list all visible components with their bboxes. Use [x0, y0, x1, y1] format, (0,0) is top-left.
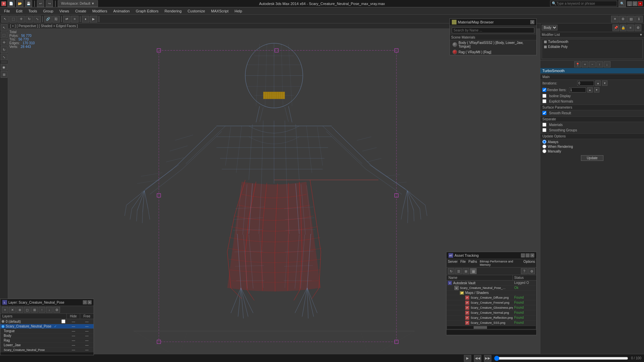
sun-icon[interactable]: ☀ [611, 16, 619, 22]
next-frame-btn[interactable]: ▶▶ [484, 355, 491, 362]
new-btn[interactable]: 📄 [7, 0, 15, 7]
unlink-btn[interactable]: ⛓ [52, 16, 60, 22]
at-row-maps[interactable]: 📁 Maps / Shaders [446, 291, 536, 295]
smoothing-groups-checkbox[interactable] [542, 128, 546, 132]
materials-checkbox[interactable] [542, 123, 546, 127]
remove-mod-icon[interactable]: － [589, 61, 596, 67]
at-row-glossiness[interactable]: P Scary_Creature_Glossiness.png Found [446, 305, 536, 310]
lp-new-btn[interactable]: + [2, 307, 8, 313]
align-btn[interactable]: ≡ [71, 16, 78, 22]
left-tool-1[interactable]: ↖ [1, 24, 7, 31]
lp-del-btn[interactable]: ✕ [9, 307, 16, 313]
lp-sel-layer-btn[interactable]: ◻ [24, 307, 31, 313]
lp-move-up-btn[interactable]: ↑ [39, 307, 45, 313]
menu-maxscript[interactable]: MAXScript [208, 8, 231, 14]
mat-search-input[interactable] [452, 27, 534, 33]
left-tool-2[interactable]: ⬚ [1, 32, 7, 38]
render-iters-down[interactable]: ▼ [594, 87, 599, 93]
render-btn[interactable]: ▶ [90, 16, 97, 22]
layer-scrollbar[interactable] [0, 352, 94, 355]
manually-radio[interactable] [542, 149, 546, 153]
iterations-up[interactable]: ▲ [595, 80, 601, 86]
menu-graph-editors[interactable]: Graph Editors [133, 8, 161, 14]
maximize-btn[interactable]: □ [633, 1, 637, 6]
left-tool-6[interactable]: ◉ [1, 64, 7, 70]
settings-icon[interactable]: ⚙ [619, 16, 627, 22]
layer-row-body[interactable]: Body — — [0, 334, 94, 338]
mat-item-body[interactable]: Body ( VRayFastSSS2 ) [Body, Lower_Jaw, … [450, 40, 536, 49]
lp-add-sel-btn[interactable]: ⊕ [16, 307, 23, 313]
render-iters-up[interactable]: ▲ [587, 87, 593, 93]
at-scrollbar-thumb[interactable] [474, 326, 487, 329]
layer-icon[interactable]: ≡ [627, 24, 634, 31]
layer-close-btn[interactable]: ✕ [88, 300, 92, 304]
search-input[interactable] [556, 2, 615, 5]
menu-file[interactable]: File [1, 8, 13, 14]
prev-frame-btn[interactable]: ◀◀ [474, 355, 481, 362]
lp-move-down-btn[interactable]: ↓ [46, 307, 53, 313]
at-settings-btn[interactable]: ⚙ [528, 268, 535, 274]
minimize-btn[interactable]: _ [627, 1, 632, 6]
play-btn[interactable]: ▶ [464, 355, 471, 362]
layer-0-checkbox[interactable] [61, 319, 65, 323]
at-refresh-btn[interactable]: ↻ [448, 268, 454, 274]
pin2-icon[interactable]: 📍 [574, 61, 581, 67]
left-tool-4[interactable]: ↻ [1, 46, 7, 53]
menu-views[interactable]: Views [57, 8, 72, 14]
lp-settings-btn[interactable]: ⚙ [53, 307, 60, 313]
open-btn[interactable]: 📂 [16, 0, 23, 7]
workspace-btn[interactable]: Workspace: Default ▼ [58, 0, 98, 7]
smooth-result-checkbox[interactable] [542, 111, 546, 115]
modifier-turbsmooth[interactable]: TurboSmooth [542, 39, 642, 44]
at-row-sss[interactable]: P Scary_Creature_SSS.png Found [446, 320, 536, 325]
menu-edit[interactable]: Edit [13, 8, 25, 14]
at-grid-btn[interactable]: ⊞ [463, 268, 469, 274]
at-row-max-file[interactable]: M Scary_Creature_Neutral_Pose_max_vray.m… [446, 286, 536, 291]
menu-modifiers[interactable]: Modifiers [90, 8, 110, 14]
lock-icon[interactable]: 🔒 [620, 24, 627, 31]
modifier-list-arrow[interactable]: ▼ [639, 33, 643, 37]
always-radio[interactable] [542, 140, 546, 144]
left-tool-5[interactable]: ⤡ [1, 54, 7, 60]
at-help-btn[interactable]: ? [521, 268, 528, 274]
at-row-reflection[interactable]: P Scary_Creature_Reflection.png Found [446, 315, 536, 320]
timeline-slider[interactable] [494, 356, 628, 360]
at-menu-file[interactable]: File [460, 260, 466, 266]
close-btn[interactable]: ✕ [638, 1, 643, 6]
undo-btn[interactable]: ↩ [37, 0, 44, 7]
move-up-icon[interactable]: ↑ [596, 61, 603, 67]
material-btn[interactable]: ♦ [82, 16, 89, 22]
at-menu-server[interactable]: Server [448, 260, 458, 266]
layer-row-tongue[interactable]: Tongue — — [0, 329, 94, 334]
mirror-btn[interactable]: ⇄ [63, 16, 70, 22]
select-btn[interactable]: ↖ [1, 16, 9, 22]
search-btn[interactable]: 🔍 [619, 0, 626, 7]
menu-create[interactable]: Create [72, 8, 89, 14]
layer-help-btn[interactable]: ? [83, 300, 87, 304]
body-selector[interactable]: Body [542, 25, 557, 31]
render-iters-checkbox[interactable] [542, 88, 546, 92]
rotate-btn[interactable]: ↻ [25, 16, 33, 22]
mat-item-rag[interactable]: Rag ( VRayMtl ) [Rag] [450, 49, 536, 55]
at-max-btn[interactable]: □ [526, 253, 530, 257]
layer-row-0[interactable]: 0 (default) — — [0, 319, 94, 324]
link-btn[interactable]: 🔗 [44, 16, 52, 22]
layer-row-creature[interactable]: Scary_Creature_Neutral_Pose ✓ — — [0, 324, 94, 329]
at-list-btn[interactable]: ☰ [455, 268, 462, 274]
move-btn[interactable]: ✛ [17, 16, 25, 22]
settings2-icon[interactable]: ⚙ [635, 24, 641, 31]
info-icon[interactable]: ℹ [635, 16, 643, 22]
at-row-vault[interactable]: V Autodesk Vault Logged O [446, 281, 536, 286]
menu-group[interactable]: Group [40, 8, 56, 14]
layer-row-lowerjaw[interactable]: Lower_Jaw — — [0, 343, 94, 348]
lp-find-btn[interactable]: ⊞ [31, 307, 38, 313]
at-scrollbar[interactable] [447, 326, 536, 329]
menu-customize[interactable]: Customize [185, 8, 208, 14]
pin-icon[interactable]: 📌 [612, 24, 619, 31]
at-menu-paths[interactable]: Paths [469, 260, 477, 266]
iterations-input[interactable] [577, 81, 594, 86]
at-close-btn[interactable]: ✕ [530, 253, 534, 257]
menu-animation[interactable]: Animation [111, 8, 132, 14]
at-min-btn[interactable]: _ [521, 253, 525, 257]
menu-tools[interactable]: Tools [26, 8, 40, 14]
